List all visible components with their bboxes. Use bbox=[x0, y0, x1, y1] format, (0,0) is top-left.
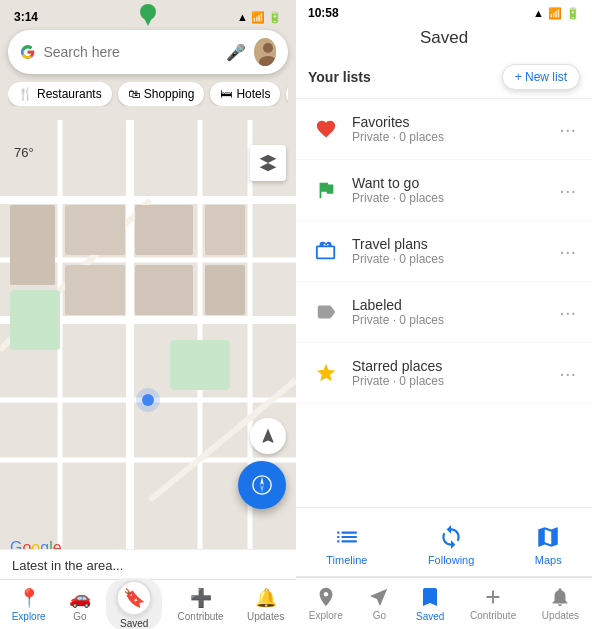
search-input[interactable] bbox=[43, 44, 218, 60]
labeled-icon-wrap bbox=[308, 294, 344, 330]
new-list-button[interactable]: + New list bbox=[502, 64, 580, 90]
latest-in-area-bar[interactable]: Latest in the area... bbox=[0, 549, 296, 581]
map-layers-button[interactable] bbox=[250, 145, 286, 181]
label-icon bbox=[315, 301, 337, 323]
updates-icon-left: 🔔 bbox=[255, 587, 277, 609]
nav-go-left[interactable]: 🚗 Go bbox=[61, 583, 99, 626]
following-icon bbox=[438, 524, 464, 550]
filter-pills: 🍴 Restaurants 🛍 Shopping 🛏 Hotels ▶ bbox=[8, 82, 288, 106]
bnav-contribute[interactable]: Contribute bbox=[462, 582, 524, 625]
secondary-nav: Timeline Following Maps bbox=[296, 507, 592, 577]
filter-restaurants[interactable]: 🍴 Restaurants bbox=[8, 82, 112, 106]
contribute-label-left: Contribute bbox=[178, 611, 224, 622]
list-item-travel-plans[interactable]: Travel plans Private · 0 places ··· bbox=[296, 221, 592, 282]
map-top-bar: 3:14 ▲ 📶 🔋 🎤 🍴 bbox=[0, 0, 296, 106]
bnav-contribute-label: Contribute bbox=[470, 610, 516, 621]
navigation-arrow-button[interactable] bbox=[250, 418, 286, 454]
following-label: Following bbox=[428, 554, 474, 566]
go-icon-left: 🚗 bbox=[69, 587, 91, 609]
travel-plans-name: Travel plans bbox=[352, 236, 555, 252]
right-time: 10:58 bbox=[308, 6, 339, 20]
saved-circle: 🔖 bbox=[116, 580, 152, 616]
bnav-explore-label: Explore bbox=[309, 610, 343, 621]
left-panel: 3:14 ▲ 📶 🔋 🎤 🍴 bbox=[0, 0, 296, 629]
search-bar[interactable]: 🎤 bbox=[8, 30, 288, 74]
mic-icon[interactable]: 🎤 bbox=[226, 43, 246, 62]
filter-hotels[interactable]: 🛏 Hotels bbox=[210, 82, 280, 106]
hotels-icon: 🛏 bbox=[220, 87, 232, 101]
want-to-go-icon-wrap bbox=[308, 172, 344, 208]
list-item-want-to-go[interactable]: Want to go Private · 0 places ··· bbox=[296, 160, 592, 221]
your-lists-title: Your lists bbox=[308, 69, 371, 85]
go-label-left: Go bbox=[73, 611, 86, 622]
travel-plans-meta: Private · 0 places bbox=[352, 252, 555, 266]
labeled-more-button[interactable]: ··· bbox=[555, 297, 580, 328]
want-to-go-name: Want to go bbox=[352, 175, 555, 191]
want-to-go-meta: Private · 0 places bbox=[352, 191, 555, 205]
starred-icon-wrap bbox=[308, 355, 344, 391]
svg-marker-30 bbox=[260, 485, 264, 493]
following-nav[interactable]: Following bbox=[416, 520, 486, 570]
bnav-updates[interactable]: Updates bbox=[534, 582, 587, 625]
svg-rect-13 bbox=[170, 340, 230, 390]
bnav-go[interactable]: Go bbox=[360, 582, 398, 625]
svg-point-24 bbox=[136, 388, 160, 412]
go-icon-right bbox=[368, 586, 390, 608]
maps-icon bbox=[535, 524, 561, 550]
right-status-bar: 10:58 ▲ 📶 🔋 bbox=[296, 0, 592, 24]
nav-saved-left[interactable]: 🔖 Saved bbox=[106, 578, 162, 629]
heart-icon bbox=[315, 118, 337, 140]
travel-plans-more-button[interactable]: ··· bbox=[555, 236, 580, 267]
favorites-more-button[interactable]: ··· bbox=[555, 114, 580, 145]
my-location-button[interactable] bbox=[238, 461, 286, 509]
location-active-icon: ▲ bbox=[533, 7, 544, 19]
filter-hotels-label: Hotels bbox=[236, 87, 270, 101]
maps-nav[interactable]: Maps bbox=[523, 520, 574, 570]
bnav-go-label: Go bbox=[373, 610, 386, 621]
explore-label-left: Explore bbox=[12, 611, 46, 622]
favorites-icon-wrap bbox=[308, 111, 344, 147]
latest-label: Latest in the area... bbox=[12, 558, 123, 573]
filter-shopping[interactable]: 🛍 Shopping bbox=[118, 82, 205, 106]
labeled-name: Labeled bbox=[352, 297, 555, 313]
list-item-labeled[interactable]: Labeled Private · 0 places ··· bbox=[296, 282, 592, 343]
list-item-favorites[interactable]: Favorites Private · 0 places ··· bbox=[296, 99, 592, 160]
svg-rect-16 bbox=[65, 265, 125, 315]
nav-updates-left[interactable]: 🔔 Updates bbox=[239, 583, 292, 626]
status-bar-left: 3:14 ▲ 📶 🔋 bbox=[8, 8, 288, 26]
bnav-explore[interactable]: Explore bbox=[301, 582, 351, 625]
timeline-nav[interactable]: Timeline bbox=[314, 520, 379, 570]
navigation-icon bbox=[259, 427, 277, 445]
updates-label-left: Updates bbox=[247, 611, 284, 622]
bnav-saved-label: Saved bbox=[416, 611, 444, 622]
saved-icon-left: 🔖 bbox=[123, 587, 145, 609]
favorites-meta: Private · 0 places bbox=[352, 130, 555, 144]
contribute-icon-left: ➕ bbox=[190, 587, 212, 609]
svg-marker-29 bbox=[260, 477, 264, 485]
battery-icon: 🔋 bbox=[566, 7, 580, 20]
user-avatar[interactable] bbox=[254, 38, 276, 66]
saved-icon-right bbox=[418, 585, 442, 609]
flag-icon bbox=[315, 179, 337, 201]
your-lists-header: Your lists + New list bbox=[296, 56, 592, 99]
want-to-go-more-button[interactable]: ··· bbox=[555, 175, 580, 206]
starred-meta: Private · 0 places bbox=[352, 374, 555, 388]
filter-more[interactable]: ▶ bbox=[286, 82, 288, 106]
favorites-name: Favorites bbox=[352, 114, 555, 130]
lists-container: Favorites Private · 0 places ··· Want to… bbox=[296, 99, 592, 507]
want-to-go-info: Want to go Private · 0 places bbox=[344, 175, 555, 205]
list-item-starred[interactable]: Starred places Private · 0 places ··· bbox=[296, 343, 592, 404]
bnav-saved[interactable]: Saved bbox=[408, 581, 452, 626]
svg-rect-20 bbox=[205, 265, 245, 315]
nav-contribute-left[interactable]: ➕ Contribute bbox=[170, 583, 232, 626]
contribute-icon-right bbox=[482, 586, 504, 608]
svg-rect-12 bbox=[10, 290, 60, 350]
bag-icon bbox=[315, 240, 337, 262]
restaurants-icon: 🍴 bbox=[18, 87, 33, 101]
google-logo-icon bbox=[20, 42, 35, 62]
svg-point-26 bbox=[263, 43, 273, 53]
nav-explore-left[interactable]: 📍 Explore bbox=[4, 583, 54, 626]
right-status-icons: ▲ 📶 🔋 bbox=[533, 7, 580, 20]
filter-restaurants-label: Restaurants bbox=[37, 87, 102, 101]
starred-more-button[interactable]: ··· bbox=[555, 358, 580, 389]
